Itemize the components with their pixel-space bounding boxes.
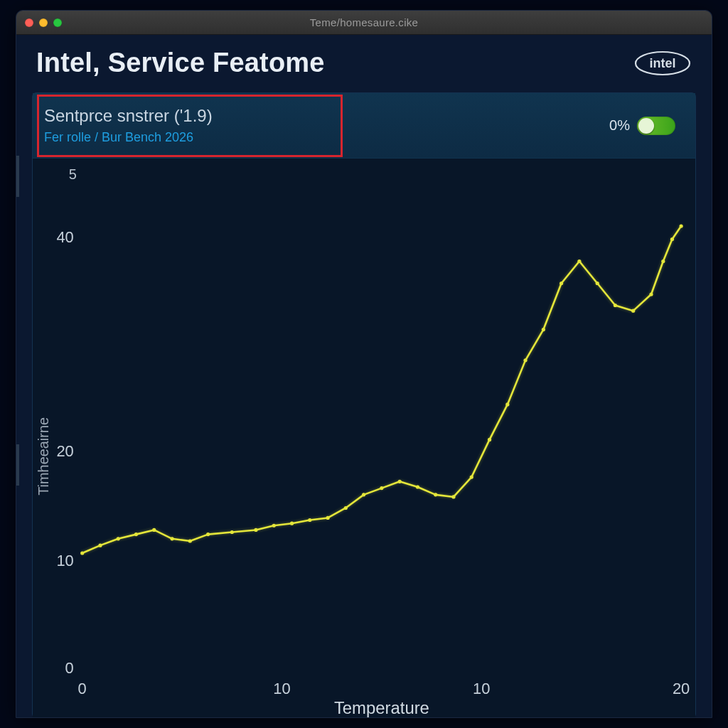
- percent-readout: 0%: [609, 117, 630, 134]
- svg-point-26: [523, 358, 527, 362]
- svg-point-5: [134, 532, 138, 536]
- svg-point-8: [188, 539, 192, 542]
- y-axis-label: Timheeairne: [36, 417, 51, 496]
- svg-point-30: [596, 282, 599, 285]
- svg-point-14: [308, 518, 311, 522]
- svg-point-10: [230, 530, 234, 534]
- svg-point-11: [254, 528, 257, 532]
- window-title: Teme/homesaure.cike: [16, 16, 712, 28]
- panel-subtitle[interactable]: Fer rolle / Bur Bench 2026: [44, 130, 213, 145]
- minimize-icon[interactable]: [39, 18, 48, 27]
- svg-point-6: [152, 528, 156, 532]
- svg-point-18: [380, 486, 383, 490]
- svg-point-33: [649, 292, 653, 296]
- svg-point-22: [451, 495, 455, 498]
- svg-point-19: [398, 480, 402, 483]
- svg-point-4: [117, 537, 120, 540]
- sidebar-tab-2[interactable]: [16, 444, 19, 486]
- x-tick-3: 20: [673, 680, 690, 697]
- svg-point-29: [577, 259, 581, 263]
- svg-point-9: [206, 532, 210, 536]
- svg-point-12: [272, 524, 276, 528]
- svg-point-27: [542, 328, 545, 331]
- svg-text:intel: intel: [649, 56, 675, 70]
- y-tick-extra: 5: [69, 166, 77, 182]
- window-controls: [25, 18, 62, 27]
- svg-point-16: [344, 506, 348, 510]
- svg-point-17: [362, 493, 365, 496]
- panel-header: Sentprce snstrer ('1.9) Fer rolle / Bur …: [33, 93, 695, 159]
- close-icon[interactable]: [25, 18, 33, 27]
- chart-area: Timheeairne 0 10 20 40 5 0 10 10 20 Temp…: [33, 159, 695, 717]
- svg-point-3: [98, 544, 102, 547]
- main-panel: Sentprce snstrer ('1.9) Fer rolle / Bur …: [32, 92, 696, 718]
- svg-point-2: [80, 551, 84, 555]
- toggle-knob: [638, 118, 654, 134]
- svg-point-36: [679, 224, 682, 228]
- x-tick-0: 0: [78, 680, 87, 697]
- svg-point-35: [670, 237, 674, 241]
- y-tick-2: 20: [56, 442, 73, 460]
- svg-point-28: [560, 282, 563, 285]
- x-tick-2: 10: [473, 680, 490, 697]
- svg-point-23: [470, 475, 473, 478]
- titlebar[interactable]: Teme/homesaure.cike: [16, 11, 712, 35]
- y-tick-3: 40: [56, 228, 73, 246]
- sidebar-tab-1[interactable]: [16, 156, 19, 197]
- svg-point-15: [326, 516, 330, 520]
- series-line: [82, 226, 681, 553]
- svg-point-20: [416, 485, 419, 488]
- svg-point-24: [488, 438, 491, 441]
- svg-point-34: [661, 259, 665, 263]
- app-window: Teme/homesaure.cike Intel, Service Feato…: [16, 10, 712, 718]
- app-header: Intel, Service Featome intel: [16, 35, 712, 85]
- y-tick-0: 0: [65, 659, 74, 677]
- svg-point-31: [614, 304, 617, 307]
- enable-toggle[interactable]: [637, 117, 675, 135]
- y-tick-1: 10: [56, 552, 73, 569]
- svg-point-21: [434, 493, 437, 496]
- app-title: Intel, Service Featome: [36, 48, 325, 78]
- intel-logo: intel: [633, 49, 692, 77]
- panel-title: Sentprce snstrer ('1.9): [44, 106, 213, 126]
- svg-point-32: [631, 309, 635, 313]
- line-chart: Timheeairne 0 10 20 40 5 0 10 10 20 Temp…: [33, 159, 695, 717]
- svg-point-7: [170, 537, 173, 540]
- series-points: [80, 224, 683, 555]
- svg-point-25: [505, 402, 509, 406]
- x-axis-label: Temperature: [334, 698, 429, 717]
- x-tick-1: 10: [273, 680, 290, 697]
- maximize-icon[interactable]: [53, 18, 62, 27]
- svg-point-13: [290, 522, 294, 525]
